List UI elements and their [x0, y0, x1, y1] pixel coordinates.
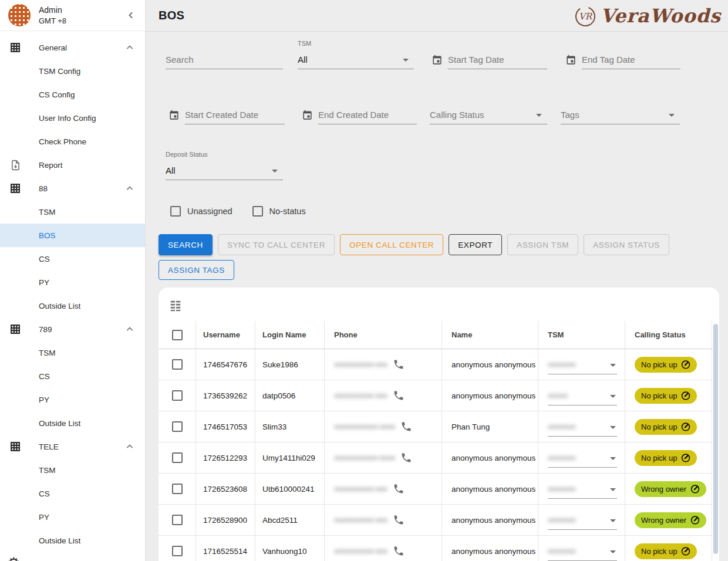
sidebar-item-py[interactable]: PY: [0, 505, 145, 529]
phone-icon[interactable]: [393, 514, 405, 526]
sidebar-item-tsm[interactable]: TSM: [0, 341, 145, 364]
phone-icon[interactable]: [393, 545, 405, 557]
login-name-cell: Slim33: [262, 423, 287, 431]
row-checkbox[interactable]: [172, 390, 183, 401]
row-tsm-select[interactable]: ●●●●●●●: [548, 354, 617, 374]
calling-status-label: Wrong owner: [641, 516, 686, 525]
calendar-icon[interactable]: [432, 55, 443, 66]
row-checkbox[interactable]: [172, 484, 183, 494]
calling-status-select[interactable]: Calling Status: [430, 104, 547, 124]
sync-to-call-center-button[interactable]: SYNC TO CALL CENTER: [218, 234, 335, 255]
column-header-username: Username: [203, 330, 240, 339]
phone-icon[interactable]: [400, 452, 412, 464]
phone-icon[interactable]: [393, 483, 405, 495]
sidebar-group-general[interactable]: General: [0, 36, 145, 59]
sidebar-group-88[interactable]: 88: [0, 177, 145, 200]
start-tag-date-input[interactable]: Start Tag Date: [448, 49, 547, 69]
row-checkbox[interactable]: [172, 359, 183, 370]
open-call-center-button[interactable]: OPEN CALL CENTER: [340, 234, 443, 255]
calling-status-pill[interactable]: Wrong owner: [635, 512, 706, 528]
sidebar-item-cs-config[interactable]: CS Config: [0, 83, 145, 106]
phone-icon[interactable]: [393, 390, 405, 401]
sidebar-item-bos[interactable]: BOS: [0, 224, 145, 247]
collapse-sidebar-icon[interactable]: [125, 9, 137, 21]
calendar-icon[interactable]: [302, 110, 313, 121]
no-status-checkbox[interactable]: No-status: [252, 206, 306, 217]
row-checkbox[interactable]: [172, 546, 183, 556]
sidebar-group-tele[interactable]: TELE: [0, 435, 145, 458]
dropdown-arrow-icon: [610, 457, 616, 460]
row-tsm-select[interactable]: ●●●●●: [548, 386, 617, 405]
calendar-icon[interactable]: [565, 55, 577, 66]
deposit-status-select[interactable]: Deposit Status All: [166, 151, 283, 180]
tsm-select-value: All: [298, 55, 308, 65]
sidebar-item-outside-list[interactable]: Outside List: [0, 294, 145, 317]
calling-status-pill[interactable]: No pick up: [635, 419, 697, 435]
calling-status-pill[interactable]: No pick up: [635, 388, 697, 404]
end-created-date-field[interactable]: End Created Date: [302, 104, 417, 124]
end-tag-date-field[interactable]: End Tag Date: [565, 49, 680, 69]
sidebar-item-tsm[interactable]: TSM: [0, 458, 145, 482]
tsm-masked-value: ●●●●●●●: [548, 360, 575, 369]
search-input[interactable]: Search: [166, 49, 283, 69]
sidebar-item-tsm[interactable]: TSM: [0, 200, 145, 224]
row-tsm-select[interactable]: ●●●●●●●: [548, 417, 617, 437]
start-tag-date-field[interactable]: Start Tag Date: [432, 49, 547, 69]
chevron-up-icon[interactable]: [124, 42, 136, 53]
search-button[interactable]: SEARCH: [159, 234, 213, 255]
grid-icon: [8, 40, 22, 55]
assign-tsm-button[interactable]: ASSIGN TSM: [507, 234, 578, 255]
sidebar-group-label: Report: [39, 161, 63, 170]
assign-tags-button[interactable]: ASSIGN TAGS: [159, 260, 234, 280]
chevron-up-icon[interactable]: [124, 441, 136, 452]
sidebar-item-py[interactable]: PY: [0, 388, 145, 411]
row-checkbox[interactable]: [172, 421, 183, 432]
sidebar-item-cs[interactable]: CS: [0, 247, 145, 271]
phone-icon[interactable]: [400, 421, 412, 432]
start-created-date-input[interactable]: Start Created Date: [185, 104, 285, 124]
checkbox-icon[interactable]: [170, 206, 181, 217]
sidebar-item-cs[interactable]: CS: [0, 364, 145, 388]
start-created-date-field[interactable]: Start Created Date: [168, 104, 285, 124]
sidebar-item-tsm-config[interactable]: TSM Config: [0, 59, 145, 83]
sidebar-item-py[interactable]: PY: [0, 271, 145, 294]
phone-icon[interactable]: [393, 359, 405, 370]
tags-select[interactable]: Tags: [561, 104, 680, 124]
sidebar-nav: GeneralTSM ConfigCS ConfigUser Info Conf…: [0, 31, 145, 552]
select-all-checkbox[interactable]: [172, 330, 183, 340]
tsm-select[interactable]: TSM All: [298, 40, 414, 69]
sidebar-item-outside-list[interactable]: Outside List: [0, 411, 145, 435]
table-scrollbar[interactable]: [713, 324, 718, 554]
row-tsm-select[interactable]: ●●●●●●●: [548, 479, 617, 499]
assign-status-button[interactable]: ASSIGN STATUS: [584, 234, 669, 255]
row-tsm-select[interactable]: ●●●●●●●: [548, 510, 617, 530]
sidebar-item-user-info-config[interactable]: User Info Config: [0, 106, 145, 130]
calendar-icon[interactable]: [168, 110, 180, 121]
end-tag-date-input[interactable]: End Tag Date: [582, 49, 680, 69]
row-checkbox[interactable]: [172, 515, 183, 525]
chevron-up-icon[interactable]: [124, 323, 136, 335]
gear-icon[interactable]: ⚙: [7, 556, 20, 561]
sidebar-item-outside-list[interactable]: Outside List: [0, 529, 145, 552]
name-cell: anonymous anonymous: [451, 547, 535, 556]
unassigned-checkbox[interactable]: Unassigned: [170, 206, 232, 217]
export-button[interactable]: EXPORT: [449, 234, 502, 255]
sidebar-group-report[interactable]: Report: [0, 153, 145, 177]
end-created-date-input[interactable]: End Created Date: [318, 104, 417, 124]
chevron-up-icon[interactable]: [124, 183, 136, 194]
phone-masked-value: ●●●●●●●●●● ●●●: [334, 547, 387, 555]
sidebar-item-check-phone[interactable]: Check Phone: [0, 130, 145, 153]
view-columns-icon[interactable]: [169, 299, 182, 312]
row-checkbox[interactable]: [172, 452, 183, 463]
row-tsm-select[interactable]: ●●●●●●●: [548, 541, 617, 561]
calling-status-pill[interactable]: No pick up: [635, 450, 697, 466]
calling-status-pill[interactable]: No pick up: [635, 543, 697, 559]
sidebar-item-cs[interactable]: CS: [0, 482, 145, 505]
calling-status-pill[interactable]: Wrong owner: [635, 481, 706, 497]
checkbox-icon[interactable]: [252, 206, 263, 217]
login-name-cell: datp0506: [262, 391, 295, 400]
sidebar-group-789[interactable]: 789: [0, 317, 145, 341]
calling-status-pill[interactable]: No pick up: [635, 357, 697, 373]
row-tsm-select[interactable]: ●●●●●●●: [548, 448, 617, 468]
admin-user-block: Admin GMT +8: [39, 5, 117, 26]
